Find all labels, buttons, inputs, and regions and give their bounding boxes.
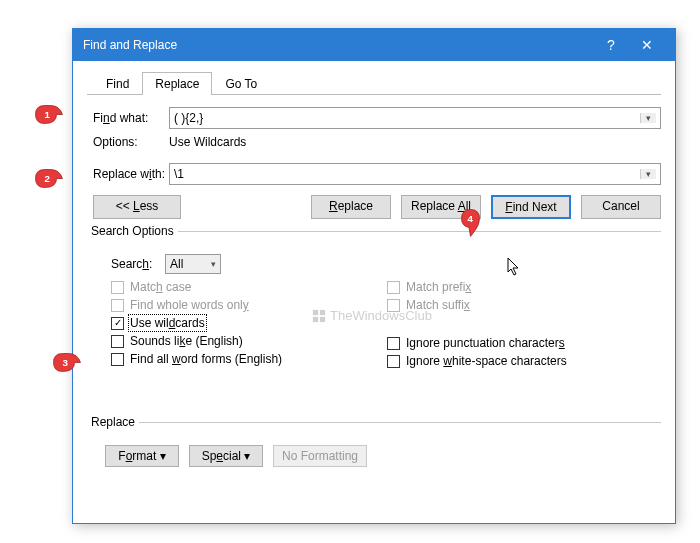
- checkbox-icon: [387, 299, 400, 312]
- tab-replace[interactable]: Replace: [142, 72, 212, 95]
- dialog-title: Find and Replace: [83, 38, 593, 52]
- close-icon[interactable]: ✕: [629, 37, 665, 53]
- titlebar: Find and Replace ? ✕: [73, 29, 675, 61]
- help-icon[interactable]: ?: [593, 37, 629, 53]
- replace-all-button[interactable]: Replace All: [401, 195, 481, 219]
- checkbox-icon: [111, 299, 124, 312]
- replace-with-input[interactable]: \1 ▾: [169, 163, 661, 185]
- cancel-button[interactable]: Cancel: [581, 195, 661, 219]
- checkbox-icon[interactable]: [111, 335, 124, 348]
- use-wildcards-checkbox[interactable]: Use wildcards: [111, 316, 387, 330]
- search-label: Search:: [111, 257, 165, 271]
- checkbox-icon[interactable]: [387, 355, 400, 368]
- callout-1: 1: [34, 104, 64, 130]
- word-forms-checkbox[interactable]: Find all word forms (English): [111, 352, 387, 366]
- less-button[interactable]: << Less: [93, 195, 181, 219]
- svg-text:1: 1: [45, 109, 51, 120]
- whole-words-checkbox: Find whole words only: [111, 298, 387, 312]
- svg-text:2: 2: [45, 173, 51, 184]
- search-options-label: Search Options: [87, 224, 178, 238]
- no-formatting-button: No Formatting: [273, 445, 367, 467]
- chevron-down-icon[interactable]: ▾: [640, 113, 656, 123]
- find-next-button[interactable]: Find Next: [491, 195, 571, 219]
- special-button[interactable]: Special ▾: [189, 445, 263, 467]
- checkbox-icon: [387, 281, 400, 294]
- find-what-input[interactable]: ( ){2,} ▾: [169, 107, 661, 129]
- replace-group-label: Replace: [87, 415, 139, 429]
- find-what-label: Find what:: [93, 111, 169, 125]
- checkbox-icon[interactable]: [111, 353, 124, 366]
- checkbox-icon[interactable]: [111, 317, 124, 330]
- chevron-down-icon: ▾: [211, 259, 216, 269]
- chevron-down-icon[interactable]: ▾: [640, 169, 656, 179]
- tabs: Find Replace Go To: [87, 71, 661, 95]
- checkbox-icon: [111, 281, 124, 294]
- match-prefix-checkbox: Match prefix: [387, 280, 661, 294]
- replace-with-label: Replace with:: [93, 167, 169, 181]
- match-case-checkbox: Match case: [111, 280, 387, 294]
- checkbox-icon[interactable]: [387, 337, 400, 350]
- tab-goto[interactable]: Go To: [212, 72, 270, 95]
- format-button[interactable]: Format ▾: [105, 445, 179, 467]
- search-direction-select[interactable]: All ▾: [165, 254, 221, 274]
- ignore-punct-checkbox[interactable]: Ignore punctuation characters: [387, 336, 661, 350]
- svg-text:3: 3: [63, 357, 69, 368]
- tab-find[interactable]: Find: [93, 72, 142, 95]
- replace-button[interactable]: Replace: [311, 195, 391, 219]
- options-label: Options:: [93, 135, 169, 149]
- ignore-ws-checkbox[interactable]: Ignore white-space characters: [387, 354, 661, 368]
- sounds-like-checkbox[interactable]: Sounds like (English): [111, 334, 387, 348]
- callout-2: 2: [34, 168, 64, 194]
- find-replace-dialog: Find and Replace ? ✕ Find Replace Go To …: [72, 28, 676, 524]
- options-value: Use Wildcards: [169, 135, 246, 149]
- match-suffix-checkbox: Match suffix: [387, 298, 661, 312]
